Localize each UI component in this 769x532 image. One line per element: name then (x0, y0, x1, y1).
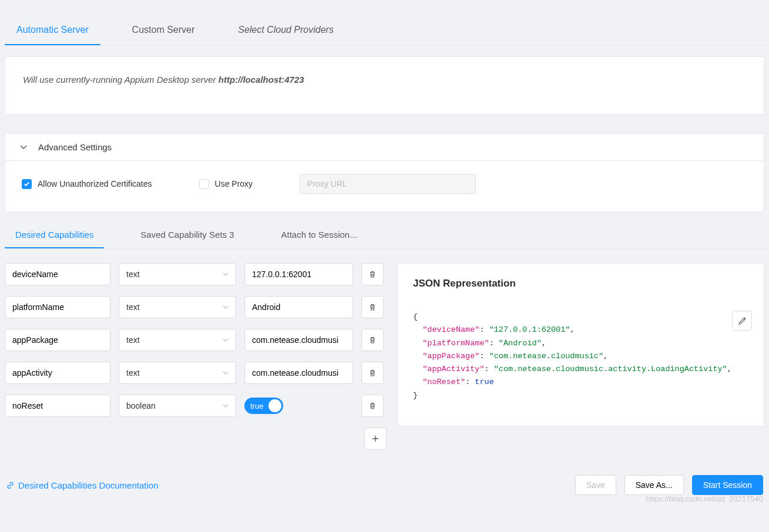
capability-tabs: Desired Capabilities Saved Capability Se… (0, 223, 769, 249)
check-icon (22, 179, 32, 189)
tab-saved-capability-sets[interactable]: Saved Capability Sets 3 (130, 223, 244, 248)
add-capability-row (5, 427, 387, 450)
advanced-settings-card: Advanced Settings Allow Unauthorized Cer… (5, 133, 764, 212)
capability-type-select[interactable]: text (119, 296, 236, 318)
capability-type-value: text (126, 368, 140, 378)
start-session-button[interactable]: Start Session (692, 475, 763, 495)
capability-type-select[interactable]: text (119, 362, 236, 384)
advanced-settings-title: Advanced Settings (38, 142, 112, 152)
switch-knob (268, 399, 281, 412)
capability-name-input[interactable] (5, 395, 110, 417)
json-representation-title: JSON Representation (413, 278, 748, 289)
capability-row: text (5, 362, 387, 384)
watermark-text: https://blog.csdn.net/qq_33217540 (646, 494, 764, 502)
save-as-button[interactable]: Save As... (624, 475, 684, 495)
tab-automatic-server[interactable]: Automatic Server (5, 16, 100, 45)
capability-name-input[interactable] (5, 362, 110, 384)
delete-capability-button[interactable] (361, 296, 384, 318)
capability-type-value: text (126, 302, 140, 312)
footer: Desired Capabilities Documentation Save … (0, 462, 769, 502)
link-icon (6, 481, 15, 490)
capability-name-input[interactable] (5, 263, 110, 285)
edit-json-button[interactable] (732, 311, 752, 331)
capability-value-input[interactable] (244, 296, 353, 318)
trash-icon (368, 402, 377, 410)
capability-row: text (5, 329, 387, 351)
server-info-url: http://localhost:4723 (219, 75, 304, 85)
use-proxy-checkbox[interactable]: Use Proxy (199, 179, 253, 189)
server-info-card: Will use currently-running Appium Deskto… (5, 56, 764, 115)
save-button[interactable]: Save (575, 475, 616, 495)
trash-icon (368, 336, 377, 344)
capabilities-list: text text text (5, 263, 387, 450)
delete-capability-button[interactable] (361, 395, 384, 417)
trash-icon (368, 270, 377, 278)
capability-name-input[interactable] (5, 296, 110, 318)
chevron-down-icon (19, 143, 28, 151)
tab-cloud-providers[interactable]: Select Cloud Providers (226, 16, 345, 45)
pencil-icon (738, 316, 747, 325)
proxy-url-input[interactable] (300, 174, 476, 194)
trash-icon (368, 369, 377, 377)
capability-value-input[interactable] (244, 263, 353, 285)
footer-buttons: Save Save As... Start Session (575, 475, 763, 495)
capability-type-value: text (126, 335, 140, 345)
capability-type-select[interactable]: text (119, 263, 236, 285)
capability-name-input[interactable] (5, 329, 110, 351)
tab-desired-capabilities[interactable]: Desired Capabilities (5, 223, 104, 248)
chevron-down-icon (223, 271, 229, 277)
checkbox-empty-icon (199, 179, 209, 189)
capability-type-select[interactable]: text (119, 329, 236, 351)
add-capability-button[interactable] (364, 427, 387, 450)
chevron-down-icon (223, 370, 229, 376)
trash-icon (368, 303, 377, 311)
chevron-down-icon (223, 337, 229, 343)
allow-unauthorized-label: Allow Unauthorized Certificates (38, 179, 152, 188)
delete-capability-button[interactable] (361, 329, 384, 351)
delete-capability-button[interactable] (361, 362, 384, 384)
plus-icon (371, 435, 380, 443)
advanced-settings-toggle[interactable]: Advanced Settings (5, 134, 764, 161)
tab-custom-server[interactable]: Custom Server (120, 16, 207, 45)
json-content: { "deviceName": "127.0.0.1:62001", "plat… (413, 311, 748, 402)
server-tabs: Automatic Server Custom Server Select Cl… (0, 16, 769, 46)
server-info-prefix: Will use currently-running Appium Deskto… (23, 75, 219, 85)
delete-capability-button[interactable] (361, 263, 384, 285)
docs-link-text: Desired Capabilities Documentation (18, 480, 158, 490)
capability-row: text (5, 296, 387, 318)
capability-boolean-switch[interactable]: true (244, 398, 283, 414)
capabilities-area: text text text (5, 263, 764, 450)
server-info-text: Will use currently-running Appium Deskto… (5, 57, 764, 114)
capability-value-input[interactable] (244, 362, 353, 384)
docs-link[interactable]: Desired Capabilities Documentation (6, 480, 158, 490)
capability-row: text (5, 263, 387, 285)
capability-type-value: boolean (126, 401, 156, 410)
advanced-settings-body: Allow Unauthorized Certificates Use Prox… (5, 161, 764, 211)
json-representation-card: JSON Representation { "deviceName": "127… (397, 263, 764, 426)
allow-unauthorized-checkbox[interactable]: Allow Unauthorized Certificates (22, 179, 152, 189)
capability-type-value: text (126, 270, 140, 279)
chevron-down-icon (223, 403, 229, 409)
capability-type-select[interactable]: boolean (119, 395, 236, 417)
capability-row: boolean true (5, 395, 387, 417)
capability-value-input[interactable] (244, 329, 353, 351)
switch-label: true (250, 402, 263, 410)
chevron-down-icon (223, 304, 229, 310)
tab-attach-to-session[interactable]: Attach to Session... (270, 223, 367, 248)
use-proxy-label: Use Proxy (215, 179, 253, 188)
